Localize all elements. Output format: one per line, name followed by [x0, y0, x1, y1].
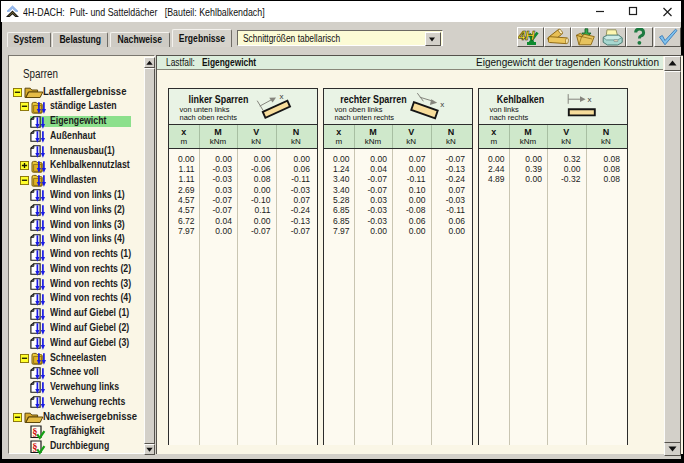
svg-text:x: x — [279, 91, 283, 100]
svg-text:x: x — [440, 99, 444, 108]
svg-text:x: x — [587, 95, 591, 104]
svg-text:§: § — [33, 426, 38, 437]
svg-text:4H: 4H — [518, 28, 535, 42]
svg-text:§: § — [33, 441, 38, 452]
